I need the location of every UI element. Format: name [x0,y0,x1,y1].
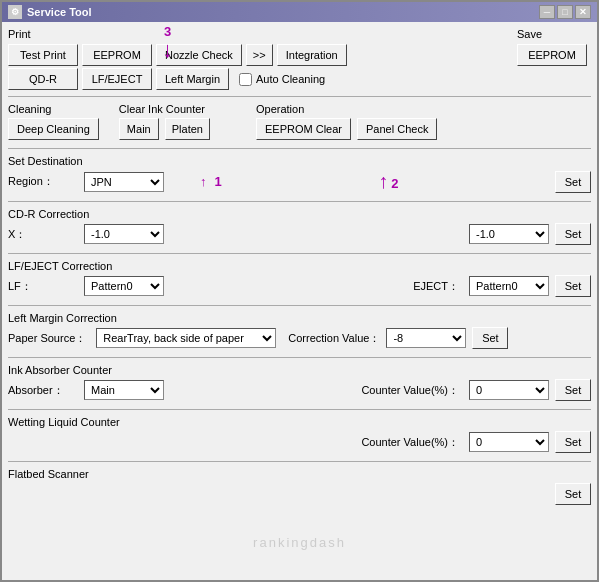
cleaning-group: Cleaning Deep Cleaning [8,103,99,142]
print-save-section: Print Test Print EEPROM Nozzle Check >> … [8,28,591,90]
cdr-label: CD-R Correction [8,208,591,220]
print-row1: Test Print EEPROM Nozzle Check >> Integr… [8,44,347,66]
left-margin-set-button[interactable]: Set [472,327,508,349]
eeprom-save-button[interactable]: EEPROM [517,44,587,66]
wetting-counter-select[interactable]: 01020 [469,432,549,452]
absorber-label: Absorber： [8,383,78,398]
qdr-button[interactable]: QD-R [8,68,78,90]
correction-value-label: Correction Value： [288,331,380,346]
flatbed-scanner-row: Set [8,483,591,505]
main-content: Print Test Print EEPROM Nozzle Check >> … [2,22,597,580]
cdr-right-select[interactable]: -1.00.01.0 [469,224,549,244]
wetting-liquid-label: Wetting Liquid Counter [8,416,591,428]
flatbed-scanner-section: Flatbed Scanner Set [8,468,591,507]
maximize-button[interactable]: □ [557,5,573,19]
cdr-set-button[interactable]: Set [555,223,591,245]
print-row2: QD-R LF/EJECT Left Margin Auto Cleaning [8,68,347,90]
absorber-select[interactable]: MainSub [84,380,164,400]
left-margin-label: Left Margin Correction [8,312,591,324]
lf-eject-button[interactable]: LF/EJECT [82,68,152,90]
window-controls: ─ □ ✕ [539,5,591,19]
region-label: Region： [8,174,78,189]
up-arrow-2-icon: ↑ [378,170,388,192]
annotation-2-number: 2 [391,176,398,191]
annotation-1: ↑ [200,174,207,189]
deep-cleaning-button[interactable]: Deep Cleaning [8,118,99,140]
minimize-button[interactable]: ─ [539,5,555,19]
clear-ink-group: Clear Ink Counter Main Platen [119,103,210,142]
wetting-liquid-row: Counter Value(%)： 01020 Set [8,431,591,453]
window-title: Service Tool [27,6,92,18]
save-label: Save [517,28,587,40]
ink-absorber-set-button[interactable]: Set [555,379,591,401]
flatbed-scanner-label: Flatbed Scanner [8,468,591,480]
lf-eject-set-button[interactable]: Set [555,275,591,297]
main-button[interactable]: Main [119,118,159,140]
wetting-counter-label: Counter Value(%)： [361,435,459,450]
lf-eject-row: LF： Pattern0Pattern1Pattern2 EJECT： Patt… [8,275,591,297]
eject-select[interactable]: Pattern0Pattern1Pattern2 [469,276,549,296]
clear-ink-label: Clear Ink Counter [119,103,210,115]
window-icon: ⚙ [8,5,22,19]
wetting-set-button[interactable]: Set [555,431,591,453]
cdr-row: X： -1.00.01.0 -1.00.01.0 Set [8,223,591,245]
print-label: Print [8,28,347,40]
integration-button[interactable]: Integration [277,44,347,66]
ink-counter-label: Counter Value(%)： [361,383,459,398]
region-select[interactable]: JPN US EUR [84,172,164,192]
test-print-button[interactable]: Test Print [8,44,78,66]
x-label: X： [8,227,78,242]
annotation-1-number: 1 [215,174,222,189]
ink-absorber-row: Absorber： MainSub Counter Value(%)： 0102… [8,379,591,401]
x-select[interactable]: -1.00.01.0 [84,224,164,244]
region-row: Region： JPN US EUR ↑ 1 ↑ 2 Set [8,170,591,193]
auto-cleaning-checkbox[interactable] [239,73,252,86]
paper-source-label: Paper Source： [8,331,86,346]
close-button[interactable]: ✕ [575,5,591,19]
paper-source-select[interactable]: RearTray, back side of paper FrontTray R… [96,328,276,348]
lf-eject-section: LF/EJECT Correction LF： Pattern0Pattern1… [8,260,591,299]
nozzle-check-button[interactable]: Nozzle Check [156,44,242,66]
operation-label: Operation [256,103,437,115]
platen-button[interactable]: Platen [165,118,210,140]
ink-absorber-label: Ink Absorber Counter [8,364,591,376]
ink-absorber-section: Ink Absorber Counter Absorber： MainSub C… [8,364,591,403]
eeprom-print-button[interactable]: EEPROM [82,44,152,66]
set-destination-label: Set Destination [8,155,591,167]
flatbed-set-button[interactable]: Set [555,483,591,505]
main-window: ⚙ Service Tool ─ □ ✕ Print Test Print EE… [0,0,599,582]
cleaning-operation-row: Cleaning Deep Cleaning Clear Ink Counter… [8,103,591,142]
ink-counter-select[interactable]: 01020 [469,380,549,400]
lf-select[interactable]: Pattern0Pattern1Pattern2 [84,276,164,296]
eeprom-clear-button[interactable]: EEPROM Clear [256,118,351,140]
save-section: Save EEPROM [517,28,587,66]
print-section: Print Test Print EEPROM Nozzle Check >> … [8,28,347,90]
auto-cleaning-label: Auto Cleaning [256,73,325,85]
wetting-liquid-section: Wetting Liquid Counter Counter Value(%)：… [8,416,591,455]
cdr-correction-section: CD-R Correction X： -1.00.01.0 -1.00.01.0… [8,208,591,247]
title-bar: ⚙ Service Tool ─ □ ✕ [2,2,597,22]
correction-value-select[interactable]: -8-7-6-5 [386,328,466,348]
destination-set-button[interactable]: Set [555,171,591,193]
auto-cleaning-row: Auto Cleaning [239,73,325,86]
cleaning-label: Cleaning [8,103,99,115]
operation-group: Operation EEPROM Clear Panel Check [256,103,437,142]
panel-check-button[interactable]: Panel Check [357,118,437,140]
left-margin-row: Paper Source： RearTray, back side of pap… [8,327,591,349]
eject-label: EJECT： [413,279,459,294]
more-button[interactable]: >> [246,44,273,66]
lf-eject-label: LF/EJECT Correction [8,260,591,272]
left-margin-section: Left Margin Correction Paper Source： Rea… [8,312,591,351]
set-destination-section: Set Destination Region： JPN US EUR ↑ 1 ↑… [8,155,591,195]
lf-label: LF： [8,279,78,294]
left-margin-button[interactable]: Left Margin [156,68,229,90]
